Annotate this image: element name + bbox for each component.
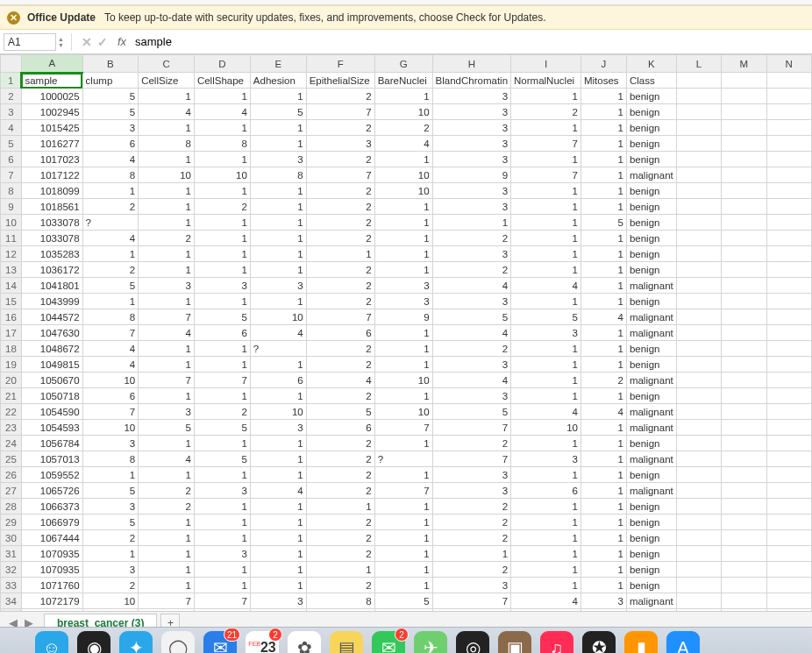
row-header[interactable]: 20 [1, 373, 22, 388]
cell[interactable]: 2 [306, 436, 374, 451]
col-header-I[interactable]: I [511, 55, 581, 73]
cell[interactable]: 1 [194, 499, 250, 515]
cell[interactable]: 10 [374, 373, 432, 388]
cell[interactable] [676, 89, 721, 104]
cell[interactable]: 2 [581, 373, 626, 388]
cell[interactable] [766, 593, 811, 609]
cell[interactable]: 1 [581, 89, 626, 104]
cell[interactable] [676, 341, 721, 357]
cell[interactable]: 1 [581, 120, 626, 136]
cell[interactable]: 2 [306, 278, 374, 294]
cell[interactable] [676, 467, 721, 483]
cell[interactable]: 1 [581, 515, 626, 530]
cell[interactable]: 10 [374, 167, 432, 183]
cell[interactable] [676, 325, 721, 341]
cell[interactable]: 3 [432, 136, 510, 152]
cell[interactable]: 8 [82, 451, 139, 467]
cell[interactable]: 5 [306, 404, 374, 420]
cell[interactable]: 6 [250, 373, 306, 388]
cell[interactable] [676, 136, 721, 152]
cell[interactable] [766, 183, 811, 199]
cell[interactable]: 1016277 [21, 136, 82, 152]
cell[interactable]: 3 [432, 246, 510, 262]
row-header[interactable]: 28 [1, 499, 22, 515]
cell[interactable] [676, 294, 721, 309]
col-header-L[interactable]: L [676, 55, 721, 73]
cell[interactable] [676, 578, 721, 593]
cell[interactable]: 6 [306, 420, 374, 436]
cell[interactable]: 9 [432, 167, 510, 183]
cell[interactable]: 1 [374, 578, 432, 593]
cell[interactable]: benign [626, 436, 676, 451]
cell[interactable]: malignant [626, 278, 676, 294]
row-header[interactable]: 22 [1, 404, 22, 420]
cell[interactable]: 1017122 [21, 167, 82, 183]
cell[interactable]: 8 [250, 167, 306, 183]
cell[interactable]: 1 [374, 467, 432, 483]
col-header-F[interactable]: F [306, 55, 374, 73]
cell[interactable]: 1 [511, 499, 581, 515]
cell[interactable]: 1054593 [21, 420, 82, 436]
cell[interactable]: 1 [139, 294, 195, 309]
cell[interactable]: 1 [511, 294, 581, 309]
cell[interactable] [766, 420, 811, 436]
cell[interactable]: 3 [432, 152, 510, 167]
col-header-N[interactable]: N [766, 55, 811, 73]
col-header-D[interactable]: D [194, 55, 250, 73]
cell[interactable]: 1 [374, 262, 432, 278]
cell[interactable]: 1059552 [21, 467, 82, 483]
cell[interactable] [766, 278, 811, 294]
cell[interactable]: 7 [139, 593, 195, 609]
cell[interactable]: 1 [511, 89, 581, 104]
cell[interactable]: 1 [250, 530, 306, 546]
dock-app-messages[interactable]: ✉2 [372, 631, 405, 653]
cell[interactable]: 7 [306, 309, 374, 325]
cell[interactable]: 2 [432, 231, 510, 246]
cell[interactable] [676, 278, 721, 294]
cell[interactable]: 1 [581, 357, 626, 373]
cell[interactable] [676, 309, 721, 325]
cell[interactable]: 7 [374, 483, 432, 499]
cell[interactable]: 1 [250, 357, 306, 373]
cell[interactable]: 3 [194, 278, 250, 294]
cell[interactable]: 4 [250, 483, 306, 499]
cell[interactable] [766, 546, 811, 562]
cell[interactable]: 1 [250, 436, 306, 451]
cell[interactable]: 3 [432, 183, 510, 199]
cell[interactable]: 8 [306, 593, 374, 609]
cell[interactable]: 1 [581, 451, 626, 467]
cell[interactable]: 1 [250, 294, 306, 309]
cell[interactable]: 10 [82, 593, 139, 609]
cell[interactable]: 1049815 [21, 357, 82, 373]
col-header-G[interactable]: G [374, 55, 432, 73]
cell[interactable]: 2 [511, 104, 581, 120]
cell[interactable]: 1015425 [21, 120, 82, 136]
cell[interactable] [722, 120, 766, 136]
cell[interactable]: 6 [82, 388, 139, 404]
cell[interactable]: 3 [511, 451, 581, 467]
cell[interactable]: 5 [82, 89, 139, 104]
cell[interactable]: 1 [374, 341, 432, 357]
cell[interactable] [722, 104, 766, 120]
cell[interactable]: 4 [139, 325, 195, 341]
cell[interactable]: 2 [306, 341, 374, 357]
cell[interactable]: benign [626, 562, 676, 578]
cell[interactable]: 2 [306, 578, 374, 593]
row-header[interactable]: 25 [1, 451, 22, 467]
row-header[interactable]: 9 [1, 199, 22, 215]
cell[interactable]: 2 [306, 183, 374, 199]
cell[interactable]: 3 [306, 136, 374, 152]
cell[interactable]: 5 [82, 278, 139, 294]
cell[interactable]: 1 [432, 546, 510, 562]
cell[interactable] [722, 294, 766, 309]
cell[interactable] [766, 167, 811, 183]
cell[interactable]: 1 [250, 89, 306, 104]
cell[interactable] [676, 104, 721, 120]
cell[interactable]: malignant [626, 483, 676, 499]
cell[interactable] [722, 515, 766, 530]
cell[interactable]: 1 [250, 515, 306, 530]
cell[interactable]: 1 [511, 215, 581, 231]
cell[interactable]: 1 [250, 262, 306, 278]
cell[interactable]: benign [626, 294, 676, 309]
cell[interactable]: 1 [250, 183, 306, 199]
